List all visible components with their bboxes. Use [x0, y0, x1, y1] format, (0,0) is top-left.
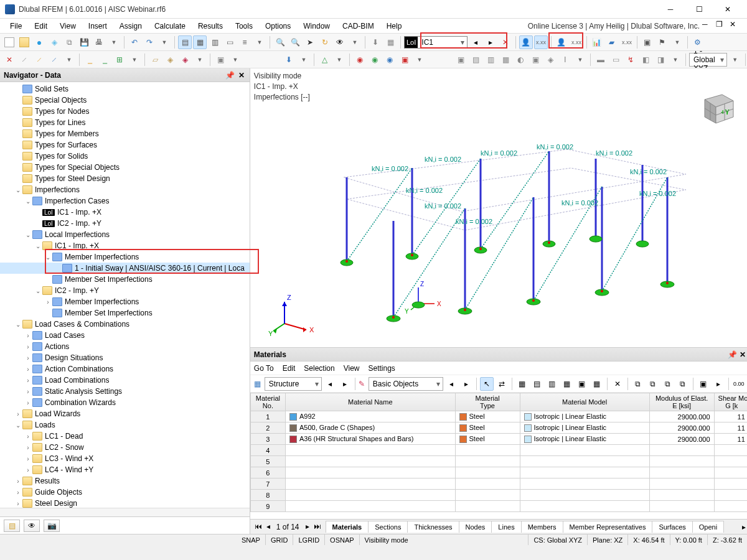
render-icon[interactable]: ▬ [594, 53, 608, 67]
dropdown-icon[interactable]: ▼ [332, 53, 346, 67]
tree-item[interactable]: Solid Sets [0, 83, 250, 95]
mat-menu-goto[interactable]: Go To [254, 364, 274, 373]
cloud-icon[interactable]: ● [32, 35, 46, 49]
dropdown-icon[interactable]: ▼ [669, 53, 682, 67]
mat-menu-settings[interactable]: Settings [368, 364, 395, 373]
pin-icon[interactable]: 📌 [226, 71, 235, 80]
select-icon[interactable]: ↖ [480, 377, 494, 391]
viewport-3d[interactable]: Visibility mode IC1 - Imp. +X Imperfecti… [250, 68, 747, 347]
tree-item[interactable]: ⌄Imperfections [0, 184, 250, 195]
tab-member representatives[interactable]: Member Representatives [563, 521, 653, 533]
render-icon[interactable]: ▭ [609, 53, 622, 67]
dropdown-icon[interactable]: ▼ [193, 53, 207, 67]
sync-icon[interactable]: ⇄ [495, 377, 509, 391]
doc-close-button[interactable]: ✕ [730, 20, 743, 32]
tree-item[interactable]: ⌄Local Imperfections [0, 229, 250, 240]
nav-tab-data[interactable]: ▤ [4, 520, 20, 532]
menu-file[interactable]: File [4, 20, 28, 32]
tree-item[interactable]: ›Member Imperfections [0, 296, 250, 307]
tree-item[interactable]: Types for Solids [0, 151, 250, 162]
grid-icon[interactable]: ▥ [545, 377, 559, 391]
materials-grid[interactable]: MaterialNo.Material NameMaterialTypeMate… [250, 393, 747, 519]
maximize-button[interactable]: ☐ [685, 0, 713, 19]
redo-icon[interactable]: ↷ [143, 35, 156, 49]
tree-item[interactable]: Member Set Imperfections [0, 307, 250, 319]
tree-item[interactable]: ›Static Analysis Settings [0, 386, 250, 397]
menu-options[interactable]: Options [259, 20, 297, 32]
tree-item[interactable]: ⌄Imperfection Cases [0, 195, 250, 207]
member-icon[interactable]: ⊞ [113, 53, 126, 67]
open-icon[interactable] [17, 35, 31, 49]
block-icon[interactable]: ◈ [47, 35, 61, 49]
nav-tab-video[interactable]: 📷 [44, 520, 60, 532]
dropdown-icon[interactable]: ▼ [107, 35, 121, 49]
render-icon[interactable]: ◧ [639, 53, 652, 67]
panel-icon[interactable]: ▥ [208, 35, 222, 49]
structure-combo[interactable]: Structure [265, 377, 322, 391]
dropdown-icon[interactable]: ▼ [297, 53, 311, 67]
tree-item[interactable]: Types for Lines [0, 117, 250, 128]
load-icon[interactable]: ⬇ [282, 53, 296, 67]
tool-icon[interactable]: ⟋ [17, 53, 31, 67]
tree-item[interactable]: ›Load Cases [0, 330, 250, 341]
copy-icon[interactable]: ⧉ [661, 377, 675, 391]
tree-item[interactable]: ⌄Loads [0, 419, 250, 431]
tab-openi[interactable]: Openi [692, 521, 724, 533]
support-icon[interactable]: ▣ [641, 35, 654, 49]
view-icon[interactable]: ▣ [454, 53, 467, 67]
tree-item[interactable]: ›LC3 - Wind +X [0, 453, 250, 464]
tool-icon[interactable]: ⟋ [47, 53, 61, 67]
menu-tools[interactable]: Tools [229, 20, 259, 32]
tree-item[interactable]: ›Combination Wizards [0, 397, 250, 408]
prev-icon[interactable]: ◂ [323, 377, 337, 391]
view-icon[interactable]: ▤ [469, 53, 482, 67]
result-icon[interactable]: 📊 [590, 35, 604, 49]
doc-restore-button[interactable]: ❐ [716, 20, 730, 32]
mat-menu-view[interactable]: View [344, 364, 360, 373]
tree-item[interactable]: LoIIC1 - Imp. +X [0, 207, 250, 218]
support-icon[interactable]: △ [317, 53, 331, 67]
tree-item[interactable]: ⌄IC2 - Imp. +Y [0, 285, 250, 296]
next-icon[interactable]: ▸ [459, 377, 473, 391]
tab-nodes[interactable]: Nodes [459, 521, 492, 533]
copy-icon[interactable]: ⧉ [62, 35, 76, 49]
objects-combo[interactable]: Basic Objects [369, 377, 443, 391]
tree-item[interactable]: 1 - Initial Sway | ANSI/AISC 360-16 | Cu… [0, 263, 250, 274]
view-icon[interactable]: ▥ [484, 53, 497, 67]
tab-lines[interactable]: Lines [491, 521, 521, 533]
mat-menu-selection[interactable]: Selection [304, 364, 334, 373]
loadcase-combo[interactable]: LoI IC1 ▾ [404, 36, 467, 49]
tree-item[interactable]: ⌄Member Imperfections [0, 251, 250, 263]
copy-icon[interactable]: ⧉ [646, 377, 660, 391]
refresh-icon[interactable]: ↻ [318, 35, 332, 49]
render-icon[interactable]: ◨ [654, 53, 667, 67]
menu-assign[interactable]: Assign [113, 20, 148, 32]
nav-cube[interactable]: +Y [697, 87, 737, 127]
hinge-icon[interactable]: ◉ [368, 53, 382, 67]
zoom-icon[interactable]: 🔍 [273, 35, 287, 49]
arrow-icon[interactable]: ➤ [303, 35, 317, 49]
menu-results[interactable]: Results [192, 20, 229, 32]
tab-thicknesses[interactable]: Thicknesses [407, 521, 459, 533]
surface-icon[interactable]: ◈ [163, 53, 177, 67]
grid-icon[interactable]: ▦ [515, 377, 529, 391]
new-icon[interactable] [2, 35, 16, 49]
delete-icon[interactable]: ✕ [611, 377, 624, 391]
tree-item[interactable]: Special Objects [0, 95, 250, 106]
undo-icon[interactable]: ↶ [128, 35, 141, 49]
view-icon[interactable]: ◈ [543, 53, 557, 67]
coord-system-combo[interactable]: 1 - Global XYZ [689, 53, 727, 67]
tree-item[interactable]: Types for Nodes [0, 106, 250, 117]
tool-icon[interactable]: ⟋ [32, 53, 46, 67]
solid-icon[interactable]: ▣ [214, 53, 227, 67]
dropdown-icon[interactable]: ▼ [413, 53, 426, 67]
next-icon[interactable]: ▸ [484, 35, 497, 49]
view-icon[interactable]: Ⅰ [558, 53, 572, 67]
eye-icon[interactable]: 👁 [333, 35, 347, 49]
menu-help[interactable]: Help [380, 20, 408, 32]
zoom-sel-icon[interactable]: 🔍 [288, 35, 302, 49]
close-icon[interactable]: ✕ [740, 350, 746, 359]
tree-item[interactable]: Types for Special Objects [0, 162, 250, 173]
close-button[interactable]: ✕ [713, 0, 742, 19]
status-lgrid[interactable]: LGRID [293, 534, 325, 545]
